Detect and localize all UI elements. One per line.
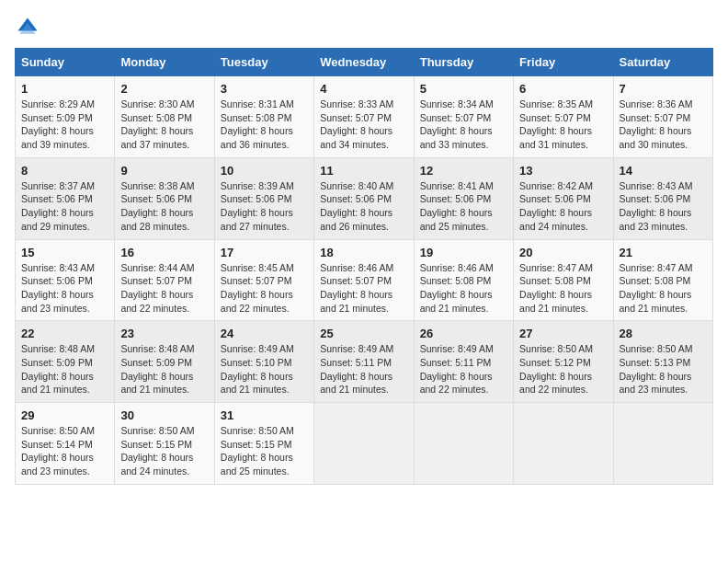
day-number: 4: [320, 82, 407, 96]
day-info: Sunrise: 8:50 AM Sunset: 5:15 PM Dayligh…: [221, 424, 308, 478]
day-number: 31: [221, 408, 308, 422]
day-number: 26: [420, 327, 507, 340]
calendar-cell: 2Sunrise: 8:30 AM Sunset: 5:08 PM Daylig…: [115, 76, 214, 158]
day-number: 10: [221, 164, 308, 178]
col-header-saturday: Saturday: [613, 49, 712, 76]
calendar-cell: 18Sunrise: 8:46 AM Sunset: 5:07 PM Dayli…: [314, 239, 414, 321]
calendar-week-5: 29Sunrise: 8:50 AM Sunset: 5:14 PM Dayli…: [16, 403, 713, 485]
day-info: Sunrise: 8:47 AM Sunset: 5:08 PM Dayligh…: [620, 261, 707, 316]
day-number: 20: [519, 246, 607, 259]
day-info: Sunrise: 8:50 AM Sunset: 5:13 PM Dayligh…: [620, 342, 707, 396]
day-number: 28: [620, 327, 707, 340]
calendar-cell: 9Sunrise: 8:38 AM Sunset: 5:06 PM Daylig…: [115, 157, 214, 239]
calendar-week-3: 15Sunrise: 8:43 AM Sunset: 5:06 PM Dayli…: [16, 239, 713, 321]
calendar-week-2: 8Sunrise: 8:37 AM Sunset: 5:06 PM Daylig…: [16, 157, 713, 239]
day-number: 15: [21, 246, 108, 259]
day-number: 19: [420, 246, 507, 259]
day-info: Sunrise: 8:43 AM Sunset: 5:06 PM Dayligh…: [620, 179, 707, 234]
calendar-cell: 20Sunrise: 8:47 AM Sunset: 5:08 PM Dayli…: [514, 239, 613, 321]
day-info: Sunrise: 8:49 AM Sunset: 5:11 PM Dayligh…: [420, 342, 507, 396]
day-info: Sunrise: 8:36 AM Sunset: 5:07 PM Dayligh…: [620, 98, 707, 152]
day-info: Sunrise: 8:46 AM Sunset: 5:08 PM Dayligh…: [420, 261, 507, 316]
day-number: 5: [420, 82, 507, 96]
calendar-cell: 29Sunrise: 8:50 AM Sunset: 5:14 PM Dayli…: [16, 403, 115, 485]
calendar-cell: [414, 403, 513, 485]
day-info: Sunrise: 8:29 AM Sunset: 5:09 PM Dayligh…: [21, 98, 108, 152]
calendar-cell: 4Sunrise: 8:33 AM Sunset: 5:07 PM Daylig…: [314, 76, 414, 158]
day-info: Sunrise: 8:41 AM Sunset: 5:06 PM Dayligh…: [420, 179, 507, 234]
calendar-cell: 12Sunrise: 8:41 AM Sunset: 5:06 PM Dayli…: [414, 157, 513, 239]
day-info: Sunrise: 8:37 AM Sunset: 5:06 PM Dayligh…: [21, 179, 108, 234]
calendar-cell: 28Sunrise: 8:50 AM Sunset: 5:13 PM Dayli…: [613, 321, 712, 403]
logo-icon: [15, 15, 40, 40]
day-number: 21: [620, 246, 707, 259]
day-number: 7: [620, 82, 707, 96]
day-number: 12: [420, 164, 507, 178]
calendar-cell: [514, 403, 613, 485]
calendar-table: SundayMondayTuesdayWednesdayThursdayFrid…: [15, 48, 713, 485]
calendar-cell: 14Sunrise: 8:43 AM Sunset: 5:06 PM Dayli…: [613, 157, 712, 239]
col-header-thursday: Thursday: [414, 49, 513, 76]
calendar-cell: 8Sunrise: 8:37 AM Sunset: 5:06 PM Daylig…: [16, 157, 115, 239]
calendar-cell: 30Sunrise: 8:50 AM Sunset: 5:15 PM Dayli…: [115, 403, 214, 485]
day-number: 9: [120, 164, 208, 178]
day-info: Sunrise: 8:34 AM Sunset: 5:07 PM Dayligh…: [420, 98, 507, 152]
col-header-sunday: Sunday: [16, 49, 115, 76]
day-info: Sunrise: 8:50 AM Sunset: 5:14 PM Dayligh…: [21, 424, 108, 478]
day-info: Sunrise: 8:38 AM Sunset: 5:06 PM Dayligh…: [120, 179, 208, 234]
calendar-cell: 24Sunrise: 8:49 AM Sunset: 5:10 PM Dayli…: [214, 321, 313, 403]
day-info: Sunrise: 8:42 AM Sunset: 5:06 PM Dayligh…: [519, 179, 607, 234]
day-number: 6: [519, 82, 607, 96]
calendar-cell: 31Sunrise: 8:50 AM Sunset: 5:15 PM Dayli…: [214, 403, 313, 485]
day-info: Sunrise: 8:49 AM Sunset: 5:10 PM Dayligh…: [221, 342, 308, 396]
calendar-cell: [314, 403, 414, 485]
day-number: 11: [320, 164, 407, 178]
calendar-cell: [613, 403, 712, 485]
calendar-cell: 3Sunrise: 8:31 AM Sunset: 5:08 PM Daylig…: [214, 76, 313, 158]
day-info: Sunrise: 8:47 AM Sunset: 5:08 PM Dayligh…: [519, 261, 607, 316]
col-header-wednesday: Wednesday: [314, 49, 414, 76]
calendar-cell: 13Sunrise: 8:42 AM Sunset: 5:06 PM Dayli…: [514, 157, 613, 239]
calendar-cell: 17Sunrise: 8:45 AM Sunset: 5:07 PM Dayli…: [214, 239, 313, 321]
day-info: Sunrise: 8:46 AM Sunset: 5:07 PM Dayligh…: [320, 261, 407, 316]
calendar-cell: 11Sunrise: 8:40 AM Sunset: 5:06 PM Dayli…: [314, 157, 414, 239]
day-number: 14: [620, 164, 707, 178]
day-info: Sunrise: 8:45 AM Sunset: 5:07 PM Dayligh…: [221, 261, 308, 316]
day-number: 2: [120, 82, 208, 96]
day-info: Sunrise: 8:48 AM Sunset: 5:09 PM Dayligh…: [120, 342, 208, 396]
calendar-cell: 27Sunrise: 8:50 AM Sunset: 5:12 PM Dayli…: [514, 321, 613, 403]
calendar-cell: 22Sunrise: 8:48 AM Sunset: 5:09 PM Dayli…: [16, 321, 115, 403]
day-info: Sunrise: 8:40 AM Sunset: 5:06 PM Dayligh…: [320, 179, 407, 234]
calendar-cell: 5Sunrise: 8:34 AM Sunset: 5:07 PM Daylig…: [414, 76, 513, 158]
day-info: Sunrise: 8:35 AM Sunset: 5:07 PM Dayligh…: [519, 98, 607, 152]
calendar-cell: 7Sunrise: 8:36 AM Sunset: 5:07 PM Daylig…: [613, 76, 712, 158]
day-info: Sunrise: 8:48 AM Sunset: 5:09 PM Dayligh…: [21, 342, 108, 396]
day-info: Sunrise: 8:39 AM Sunset: 5:06 PM Dayligh…: [221, 179, 308, 234]
calendar-cell: 1Sunrise: 8:29 AM Sunset: 5:09 PM Daylig…: [16, 76, 115, 158]
day-number: 13: [519, 164, 607, 178]
day-info: Sunrise: 8:50 AM Sunset: 5:12 PM Dayligh…: [519, 342, 607, 396]
col-header-monday: Monday: [115, 49, 214, 76]
calendar-cell: 6Sunrise: 8:35 AM Sunset: 5:07 PM Daylig…: [514, 76, 613, 158]
day-number: 27: [519, 327, 607, 340]
day-number: 30: [120, 408, 208, 422]
day-number: 18: [320, 246, 407, 259]
calendar-cell: 21Sunrise: 8:47 AM Sunset: 5:08 PM Dayli…: [613, 239, 712, 321]
col-header-friday: Friday: [514, 49, 613, 76]
day-number: 29: [21, 408, 108, 422]
day-number: 1: [21, 82, 108, 96]
calendar-cell: 15Sunrise: 8:43 AM Sunset: 5:06 PM Dayli…: [16, 239, 115, 321]
day-number: 3: [221, 82, 308, 96]
day-number: 23: [120, 327, 208, 340]
day-number: 22: [21, 327, 108, 340]
day-info: Sunrise: 8:30 AM Sunset: 5:08 PM Dayligh…: [120, 98, 208, 152]
calendar-week-1: 1Sunrise: 8:29 AM Sunset: 5:09 PM Daylig…: [16, 76, 713, 158]
day-info: Sunrise: 8:49 AM Sunset: 5:11 PM Dayligh…: [320, 342, 407, 396]
col-header-tuesday: Tuesday: [214, 49, 313, 76]
calendar-cell: 23Sunrise: 8:48 AM Sunset: 5:09 PM Dayli…: [115, 321, 214, 403]
day-number: 25: [320, 327, 407, 340]
calendar-cell: 16Sunrise: 8:44 AM Sunset: 5:07 PM Dayli…: [115, 239, 214, 321]
logo: [15, 15, 44, 40]
day-info: Sunrise: 8:44 AM Sunset: 5:07 PM Dayligh…: [120, 261, 208, 316]
calendar-cell: 10Sunrise: 8:39 AM Sunset: 5:06 PM Dayli…: [214, 157, 313, 239]
